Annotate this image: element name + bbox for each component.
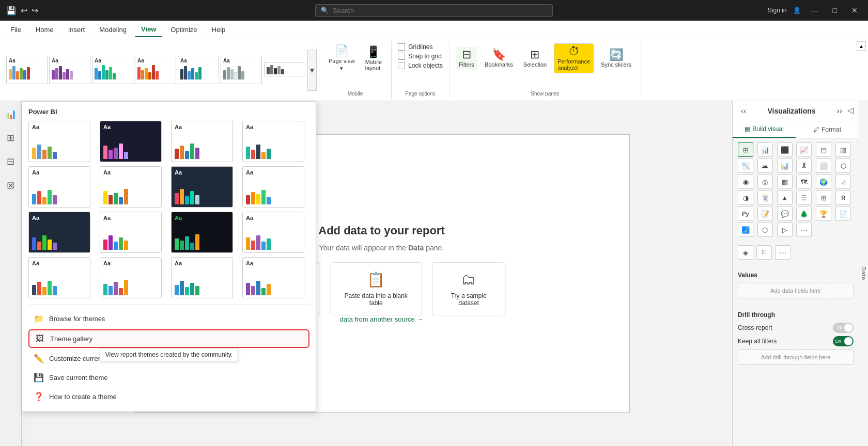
- viz-diamond[interactable]: ◈: [738, 245, 753, 260]
- save-theme-button[interactable]: 💾 Save current theme: [28, 369, 309, 386]
- viz-power-apps[interactable]: ⬡: [757, 222, 773, 237]
- close-button[interactable]: ✕: [847, 6, 862, 14]
- ribbon-collapse[interactable]: ▲: [857, 41, 866, 51]
- mobile-layout-button[interactable]: 📱 Mobilelayout: [362, 44, 385, 73]
- viz-more[interactable]: ⋯: [796, 222, 812, 237]
- ribbon-theme-extra[interactable]: [264, 62, 305, 76]
- viz-gauge[interactable]: ◑: [738, 190, 753, 205]
- menu-insert[interactable]: Insert: [62, 23, 91, 37]
- viz-more2[interactable]: ⋯: [775, 245, 791, 260]
- lock-objects-checkbox[interactable]: Lock objects: [398, 62, 443, 69]
- tp-theme-4[interactable]: Aa: [242, 121, 304, 162]
- viz-funnel[interactable]: ⊿: [835, 174, 851, 189]
- tp-theme-2[interactable]: Aa: [100, 121, 162, 162]
- viz-paginated[interactable]: 📄: [835, 206, 851, 221]
- add-drill-fields-box[interactable]: Add drill-through fields here: [738, 349, 854, 365]
- page-view-button[interactable]: 📄 Page view ▾: [326, 43, 358, 74]
- viz-table[interactable]: ⊞: [738, 142, 753, 157]
- save-button[interactable]: 💾: [6, 6, 17, 15]
- selection-button[interactable]: ⊞ Selection: [520, 47, 550, 70]
- undo-button[interactable]: ↩: [21, 6, 27, 15]
- viz-power-automate[interactable]: ▷: [777, 222, 793, 237]
- ribbon-theme-1[interactable]: Aa: [6, 56, 48, 84]
- viz-map[interactable]: 🗺: [796, 174, 812, 189]
- search-bar[interactable]: 🔍: [315, 4, 553, 17]
- viz-bar-clustered[interactable]: 📊: [757, 142, 773, 157]
- viz-pie[interactable]: ◉: [738, 174, 753, 189]
- tp-theme-7[interactable]: Aa: [171, 166, 233, 208]
- tp-theme-8[interactable]: Aa: [242, 166, 304, 208]
- viz-qna[interactable]: 💬: [777, 206, 793, 221]
- add-data-fields-box[interactable]: Add data fields here: [738, 283, 854, 298]
- viz-flag[interactable]: ⚐: [756, 245, 772, 260]
- viz-slicer[interactable]: ☰: [796, 190, 812, 205]
- panel-close[interactable]: ◁: [847, 105, 854, 117]
- viz-area[interactable]: ⛰: [757, 158, 773, 173]
- viz-key-influencers[interactable]: 🏆: [816, 206, 831, 221]
- tp-theme-10[interactable]: Aa: [100, 212, 162, 253]
- viz-column-clustered[interactable]: 📈: [796, 142, 812, 157]
- menu-help[interactable]: Help: [206, 23, 232, 37]
- menu-file[interactable]: File: [4, 23, 27, 37]
- other-source-link[interactable]: data from another source →: [340, 315, 424, 323]
- tp-theme-16[interactable]: Aa: [242, 257, 304, 298]
- cross-report-toggle[interactable]: Off: [833, 323, 854, 333]
- viz-column-stacked[interactable]: ▤: [816, 142, 831, 157]
- tab-build-visual[interactable]: ▦ Build visual: [733, 121, 796, 138]
- tp-theme-12[interactable]: Aa: [242, 212, 304, 253]
- viz-matrix[interactable]: ⊞: [816, 190, 831, 205]
- tab-format[interactable]: 🖊 Format: [796, 121, 859, 138]
- minimize-button[interactable]: —: [807, 6, 823, 14]
- sidebar-report-icon[interactable]: 📊: [2, 105, 20, 123]
- keep-filters-toggle[interactable]: On: [833, 336, 854, 346]
- ribbon-theme-5[interactable]: Aa: [178, 56, 219, 84]
- sync-slicers-button[interactable]: 🔄 Sync slicers: [598, 47, 634, 70]
- menu-home[interactable]: Home: [29, 23, 60, 37]
- menu-modeling[interactable]: Modeling: [93, 23, 133, 37]
- ribbon-theme-3[interactable]: Aa: [92, 56, 133, 84]
- gridlines-checkbox[interactable]: Gridlines: [398, 43, 443, 51]
- sidebar-dax-icon[interactable]: ⊠: [4, 177, 18, 194]
- search-input[interactable]: [333, 7, 547, 14]
- ribbon-theme-4[interactable]: Aa: [135, 56, 176, 84]
- sidebar-model-icon[interactable]: ⊟: [4, 153, 18, 170]
- viz-filled-map[interactable]: 🌍: [816, 174, 831, 189]
- viz-treemap[interactable]: ▦: [777, 174, 793, 189]
- snap-chk-box[interactable]: [398, 53, 405, 60]
- ribbon-theme-2[interactable]: Aa: [49, 56, 90, 84]
- paste-data-button[interactable]: 📋 Paste data into a blank table: [330, 262, 422, 315]
- sign-in-button[interactable]: Sign in: [768, 7, 787, 14]
- viz-donut[interactable]: ◎: [757, 174, 773, 189]
- viz-scatter[interactable]: ⬡: [835, 158, 851, 173]
- viz-line[interactable]: 📉: [738, 158, 753, 173]
- howto-theme-button[interactable]: ❓ How to create a theme: [28, 388, 309, 405]
- tp-theme-15[interactable]: Aa: [171, 257, 233, 298]
- viz-ribbon[interactable]: 🎗: [796, 158, 812, 173]
- tp-theme-9[interactable]: Aa: [28, 212, 90, 253]
- tp-theme-3[interactable]: Aa: [171, 121, 233, 162]
- viz-bar-stacked[interactable]: ⬛: [777, 142, 793, 157]
- menu-optimize[interactable]: Optimize: [164, 23, 203, 37]
- theme-scroll-down[interactable]: ▼: [307, 50, 317, 91]
- filters-button[interactable]: ⊟ Filters: [456, 47, 477, 70]
- menu-view[interactable]: View: [135, 22, 162, 37]
- performance-analyzer-button[interactable]: ⏱ Performanceanalyzer: [554, 43, 594, 73]
- viz-100pct[interactable]: ▥: [835, 142, 851, 157]
- gridlines-chk-box[interactable]: [398, 43, 405, 51]
- browse-themes-button[interactable]: 📁 Browse for themes: [28, 310, 309, 327]
- sidebar-data-icon[interactable]: ⊞: [4, 129, 18, 147]
- tp-theme-6[interactable]: Aa: [100, 166, 162, 208]
- tp-theme-11[interactable]: Aa: [171, 212, 233, 253]
- theme-gallery-button[interactable]: 🖼 Theme gallery View report themes creat…: [28, 329, 309, 348]
- lock-chk-box[interactable]: [398, 62, 405, 69]
- tp-theme-5[interactable]: Aa: [28, 166, 90, 208]
- viz-r-visual[interactable]: R: [835, 190, 851, 205]
- viz-python[interactable]: Py: [738, 206, 753, 221]
- panel-nav-prev[interactable]: ‹‹: [738, 105, 750, 117]
- viz-decomp-tree[interactable]: 🌲: [796, 206, 812, 221]
- redo-button[interactable]: ↪: [32, 6, 38, 15]
- ribbon-theme-6[interactable]: Aa: [221, 56, 262, 84]
- snap-to-grid-checkbox[interactable]: Snap to grid: [398, 53, 443, 60]
- viz-kpi[interactable]: ▲: [777, 190, 793, 205]
- viz-waterfall[interactable]: ⬜: [816, 158, 831, 173]
